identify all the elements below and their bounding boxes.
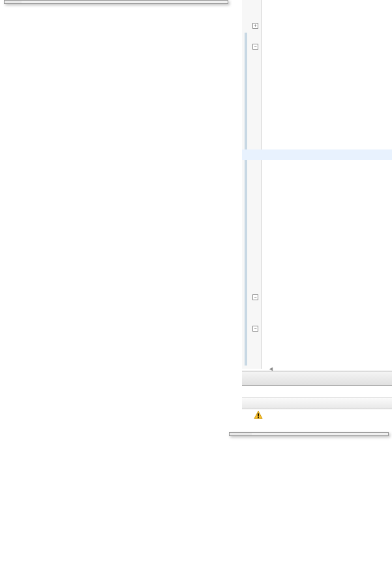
warning-icon (254, 411, 263, 420)
submenu-icon-column (230, 433, 252, 435)
fold-collapse-class[interactable]: − (252, 44, 258, 50)
code-editor: + − − − (242, 0, 392, 369)
code-gutter: + − − − (242, 0, 262, 369)
svg-rect-0 (258, 413, 259, 416)
fold-expand-import[interactable]: + (252, 23, 258, 29)
context-menu (4, 0, 228, 4)
maven-submenu (229, 432, 389, 436)
left-edge-strip (0, 0, 4, 496)
bottom-tabs (242, 371, 392, 386)
desc-column-header[interactable] (242, 398, 392, 409)
fold-collapse-ctor[interactable]: − (252, 294, 258, 300)
menu-icon-column (5, 1, 22, 3)
change-bar (245, 33, 247, 366)
scroll-left-arrow[interactable]: ◄ (268, 366, 276, 371)
current-line-highlight (242, 149, 392, 160)
warnings-group[interactable] (242, 409, 392, 421)
fold-collapse-ctor2[interactable]: − (252, 326, 258, 332)
problems-filter (242, 386, 392, 398)
bottom-panel (242, 371, 392, 433)
svg-rect-1 (258, 417, 259, 418)
